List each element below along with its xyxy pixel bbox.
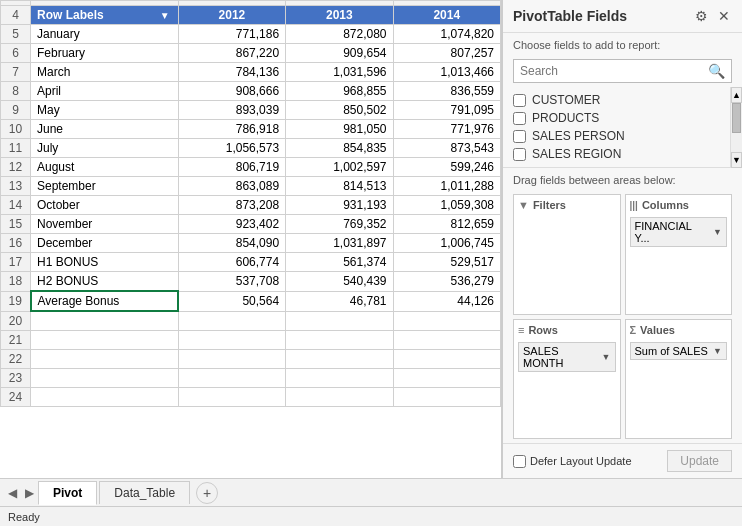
scrollbar-down-arrow[interactable]: ▼ xyxy=(731,152,742,168)
cell-24-a[interactable] xyxy=(31,387,179,406)
pivot-field-item[interactable]: SALES REGION xyxy=(513,145,720,163)
cell-15-d[interactable]: 812,659 xyxy=(393,215,500,234)
cell-9-d[interactable]: 791,095 xyxy=(393,101,500,120)
pivot-columns-area[interactable]: ||| Columns FINANCIAL Y... ▼ xyxy=(625,194,733,315)
cell-7-b[interactable]: 784,136 xyxy=(178,63,285,82)
add-tab-button[interactable]: + xyxy=(196,482,218,504)
tab-pivot[interactable]: Pivot xyxy=(38,481,97,505)
tab-scroll-right-btn[interactable]: ▶ xyxy=(21,486,38,500)
cell-5-d[interactable]: 1,074,820 xyxy=(393,25,500,44)
cell-11-c[interactable]: 854,835 xyxy=(286,139,393,158)
pivot-settings-btn[interactable]: ⚙ xyxy=(693,8,710,24)
defer-layout-checkbox[interactable] xyxy=(513,455,526,468)
cell-6-d[interactable]: 807,257 xyxy=(393,44,500,63)
pivot-search-input[interactable] xyxy=(520,64,708,78)
cell-19-a[interactable]: Average Bonus xyxy=(31,291,179,311)
cell-5-c[interactable]: 872,080 xyxy=(286,25,393,44)
cell-21-a[interactable] xyxy=(31,330,179,349)
cell-22-a[interactable] xyxy=(31,349,179,368)
cell-8-b[interactable]: 908,666 xyxy=(178,82,285,101)
cell-14-b[interactable]: 873,208 xyxy=(178,196,285,215)
cell-24-b[interactable] xyxy=(178,387,285,406)
cell-10-c[interactable]: 981,050 xyxy=(286,120,393,139)
cell-12-c[interactable]: 1,002,597 xyxy=(286,158,393,177)
cell-6-c[interactable]: 909,654 xyxy=(286,44,393,63)
cell-21-d[interactable] xyxy=(393,330,500,349)
pivot-field-checkbox[interactable] xyxy=(513,130,526,143)
cell-23-b[interactable] xyxy=(178,368,285,387)
cell-23-d[interactable] xyxy=(393,368,500,387)
cell-13-b[interactable]: 863,089 xyxy=(178,177,285,196)
cell-9-c[interactable]: 850,502 xyxy=(286,101,393,120)
cell-5-a[interactable]: January xyxy=(31,25,179,44)
cell-10-b[interactable]: 786,918 xyxy=(178,120,285,139)
cell-20-d[interactable] xyxy=(393,311,500,330)
cell-20-a[interactable] xyxy=(31,311,179,330)
cell-16-a[interactable]: December xyxy=(31,234,179,253)
cell-15-c[interactable]: 769,352 xyxy=(286,215,393,234)
cell-14-c[interactable]: 931,193 xyxy=(286,196,393,215)
cell-13-d[interactable]: 1,011,288 xyxy=(393,177,500,196)
pivot-field-checkbox[interactable] xyxy=(513,148,526,161)
cell-16-c[interactable]: 1,031,897 xyxy=(286,234,393,253)
cell-16-d[interactable]: 1,006,745 xyxy=(393,234,500,253)
pivot-rows-area[interactable]: ≡ Rows SALES MONTH ▼ xyxy=(513,319,621,440)
cell-15-a[interactable]: November xyxy=(31,215,179,234)
cell-22-d[interactable] xyxy=(393,349,500,368)
row-labels-cell[interactable]: Row Labels ▼ xyxy=(31,6,179,25)
cell-5-b[interactable]: 771,186 xyxy=(178,25,285,44)
cell-11-b[interactable]: 1,056,573 xyxy=(178,139,285,158)
cell-19-b[interactable]: 50,564 xyxy=(178,291,285,311)
cell-21-c[interactable] xyxy=(286,330,393,349)
pivot-field-checkbox[interactable] xyxy=(513,94,526,107)
cell-7-c[interactable]: 1,031,596 xyxy=(286,63,393,82)
cell-23-c[interactable] xyxy=(286,368,393,387)
cell-7-a[interactable]: March xyxy=(31,63,179,82)
cell-11-d[interactable]: 873,543 xyxy=(393,139,500,158)
cell-18-c[interactable]: 540,439 xyxy=(286,272,393,292)
cell-20-b[interactable] xyxy=(178,311,285,330)
pivot-field-item[interactable]: CUSTOMER xyxy=(513,91,720,109)
cell-13-a[interactable]: September xyxy=(31,177,179,196)
year-2012-header[interactable]: 2012 xyxy=(178,6,285,25)
cell-16-b[interactable]: 854,090 xyxy=(178,234,285,253)
tab-scroll-left-btn[interactable]: ◀ xyxy=(4,486,21,500)
values-chip[interactable]: Sum of SALES ▼ xyxy=(630,342,728,360)
cell-12-a[interactable]: August xyxy=(31,158,179,177)
cell-13-c[interactable]: 814,513 xyxy=(286,177,393,196)
fields-scrollbar[interactable]: ▲ ▼ xyxy=(730,87,742,168)
year-2014-header[interactable]: 2014 xyxy=(393,6,500,25)
cell-17-b[interactable]: 606,774 xyxy=(178,253,285,272)
pivot-search-box[interactable]: 🔍 xyxy=(513,59,732,83)
cell-24-d[interactable] xyxy=(393,387,500,406)
cell-22-c[interactable] xyxy=(286,349,393,368)
cell-18-d[interactable]: 536,279 xyxy=(393,272,500,292)
cell-11-a[interactable]: July xyxy=(31,139,179,158)
pivot-field-item[interactable]: SALES PERSON xyxy=(513,127,720,145)
cell-7-d[interactable]: 1,013,466 xyxy=(393,63,500,82)
columns-chip-arrow[interactable]: ▼ xyxy=(713,227,722,237)
year-2013-header[interactable]: 2013 xyxy=(286,6,393,25)
pivot-field-checkbox[interactable] xyxy=(513,112,526,125)
cell-22-b[interactable] xyxy=(178,349,285,368)
cell-9-b[interactable]: 893,039 xyxy=(178,101,285,120)
cell-9-a[interactable]: May xyxy=(31,101,179,120)
cell-10-a[interactable]: June xyxy=(31,120,179,139)
update-button[interactable]: Update xyxy=(667,450,732,472)
cell-19-c[interactable]: 46,781 xyxy=(286,291,393,311)
cell-23-a[interactable] xyxy=(31,368,179,387)
row-labels-filter-btn[interactable]: ▼ xyxy=(158,10,172,21)
scrollbar-track[interactable] xyxy=(731,103,742,152)
cell-21-b[interactable] xyxy=(178,330,285,349)
cell-14-d[interactable]: 1,059,308 xyxy=(393,196,500,215)
tab-data-table[interactable]: Data_Table xyxy=(99,481,190,504)
cell-8-d[interactable]: 836,559 xyxy=(393,82,500,101)
cell-6-a[interactable]: February xyxy=(31,44,179,63)
pivot-filters-area[interactable]: ▼ Filters xyxy=(513,194,621,315)
cell-19-d[interactable]: 44,126 xyxy=(393,291,500,311)
scrollbar-thumb[interactable] xyxy=(732,103,741,133)
cell-17-c[interactable]: 561,374 xyxy=(286,253,393,272)
cell-12-d[interactable]: 599,246 xyxy=(393,158,500,177)
cell-6-b[interactable]: 867,220 xyxy=(178,44,285,63)
rows-chip-arrow[interactable]: ▼ xyxy=(602,352,611,362)
